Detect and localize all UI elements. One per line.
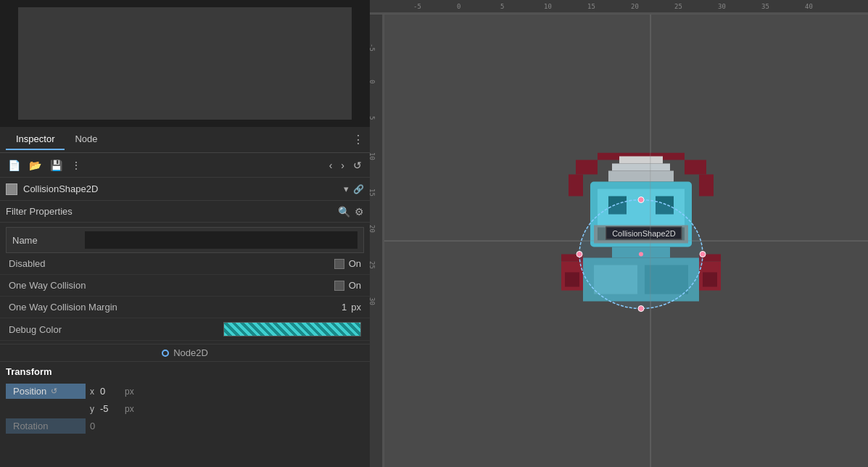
ruler-top-svg: -5 0 5 10 15 20 25 30 35 40 [370, 0, 868, 15]
transform-label: Transform [6, 366, 364, 377]
rotation-label: Rotation [13, 421, 48, 431]
one-way-collision-checkbox[interactable] [334, 281, 344, 291]
save-icon[interactable]: 💾 [48, 158, 65, 173]
node2d-label: Node2D [173, 347, 208, 358]
node-type-icon [6, 183, 17, 195]
x-label: x [90, 387, 97, 397]
rotation-value[interactable]: 0 [90, 421, 112, 431]
svg-rect-22 [685, 160, 706, 175]
margin-unit: px [351, 302, 361, 313]
canvas-area: CollisionShape2D [384, 15, 868, 467]
svg-point-49 [638, 306, 644, 312]
svg-rect-23 [569, 175, 583, 197]
svg-text:35: 35 [761, 3, 769, 10]
one-way-collision-value: On [334, 280, 361, 291]
position-reset-icon[interactable]: ↺ [51, 387, 57, 396]
node2d-section-header: Node2D [0, 344, 370, 362]
svg-rect-20 [576, 160, 598, 175]
ruler-left-svg: -5 0 5 10 15 20 25 30 [370, 15, 384, 467]
rotation-row: Rotation 0 [6, 416, 364, 436]
inspector-tabs: Inspector Node ⋮ [0, 127, 370, 153]
one-way-collision-on-label: On [349, 280, 361, 291]
debug-color-row: Debug Color [0, 318, 370, 341]
canvas-panel: -5 0 5 10 15 20 25 30 35 40 -5 0 5 10 15 [370, 0, 868, 467]
name-input[interactable] [85, 231, 357, 249]
svg-point-45 [639, 252, 643, 257]
filter-label: Filter Properties [6, 206, 334, 217]
disabled-label: Disabled [9, 258, 334, 269]
svg-text:5: 5 [500, 3, 504, 10]
preview-viewport [18, 7, 352, 120]
svg-rect-26 [612, 164, 670, 171]
svg-text:20: 20 [370, 225, 376, 233]
svg-text:15: 15 [370, 189, 376, 197]
svg-text:30: 30 [718, 3, 726, 10]
svg-text:0: 0 [457, 3, 460, 10]
node-type-dropdown[interactable]: ▾ [344, 183, 349, 194]
svg-point-47 [576, 252, 582, 257]
svg-text:10: 10 [370, 152, 376, 160]
svg-text:30: 30 [370, 297, 376, 305]
svg-rect-40 [565, 273, 579, 287]
one-way-collision-label: One Way Collision [9, 280, 334, 291]
filter-row: Filter Properties 🔍 ⚙ [0, 201, 370, 223]
one-way-collision-margin-label: One Way Collision Margin [9, 302, 342, 313]
node-type-link[interactable]: 🔗 [353, 184, 364, 194]
ruler-top: -5 0 5 10 15 20 25 30 35 40 [370, 0, 868, 15]
position-x-group: x 0 px [90, 386, 134, 397]
svg-text:0: 0 [370, 80, 376, 83]
node-type-label: CollisionShape2D [23, 183, 344, 194]
y-value[interactable]: -5 [100, 403, 122, 414]
transform-section: Transform Position ↺ x 0 px y -5 px [0, 362, 370, 440]
disabled-checkbox[interactable] [334, 259, 344, 269]
position-label: Position [13, 386, 46, 397]
margin-value: 1 [342, 302, 347, 313]
svg-text:25: 25 [674, 3, 682, 10]
svg-text:5: 5 [370, 116, 376, 120]
sprite-container: CollisionShape2D [561, 153, 721, 329]
rotation-label-box: Rotation [6, 418, 86, 434]
debug-color-preview[interactable] [223, 322, 361, 336]
position-y-group: y -5 px [90, 403, 134, 414]
position-row: Position ↺ x 0 px [6, 381, 364, 401]
inspector-panel: Inspector Node ⋮ 📄 📂 💾 ⋮ ‹ › ↺ Collision… [0, 0, 370, 467]
svg-text:-5: -5 [413, 3, 421, 10]
filter-settings-icon[interactable]: ⚙ [355, 206, 364, 218]
x-unit: px [125, 387, 134, 397]
svg-text:15: 15 [587, 3, 595, 10]
nav-back-icon[interactable]: ‹ [327, 158, 335, 173]
open-icon[interactable]: 📂 [27, 158, 44, 173]
node2d-icon [162, 350, 169, 357]
inspector-toolbar: 📄 📂 💾 ⋮ ‹ › ↺ [0, 153, 370, 178]
tab-inspector[interactable]: Inspector [6, 129, 65, 150]
svg-rect-24 [699, 175, 714, 197]
svg-rect-27 [608, 171, 674, 182]
properties-container: Name Disabled On One Way Collision On On… [0, 223, 370, 467]
nav-forward-icon[interactable]: › [339, 158, 347, 173]
one-way-collision-margin-row: One Way Collision Margin 1 px [0, 297, 370, 318]
filter-search-icon[interactable]: 🔍 [338, 206, 350, 218]
history-icon[interactable]: ↺ [351, 158, 364, 173]
name-property-row: Name [6, 227, 364, 253]
disabled-row: Disabled On [0, 253, 370, 275]
x-value[interactable]: 0 [100, 386, 122, 397]
new-icon[interactable]: 📄 [6, 158, 22, 173]
tabs-menu-icon[interactable]: ⋮ [352, 133, 364, 146]
position-y-row: y -5 px [6, 401, 364, 416]
more-icon[interactable]: ⋮ [69, 158, 83, 173]
y-label: y [90, 404, 97, 414]
disabled-on-label: On [349, 258, 361, 269]
svg-rect-41 [703, 273, 717, 287]
svg-text:40: 40 [805, 3, 813, 10]
svg-text:-5: -5 [370, 44, 376, 51]
tab-node[interactable]: Node [65, 129, 107, 150]
top-preview [0, 0, 370, 127]
one-way-collision-margin-value: 1 px [342, 302, 361, 313]
name-label: Name [12, 235, 85, 246]
one-way-collision-row: One Way Collision On [0, 275, 370, 297]
svg-point-48 [638, 197, 644, 203]
position-label-box: Position ↺ [6, 384, 86, 399]
node-type-row: CollisionShape2D ▾ 🔗 [0, 178, 370, 201]
character-sprite [561, 153, 721, 327]
toolbar-right: ‹ › ↺ [327, 158, 364, 173]
